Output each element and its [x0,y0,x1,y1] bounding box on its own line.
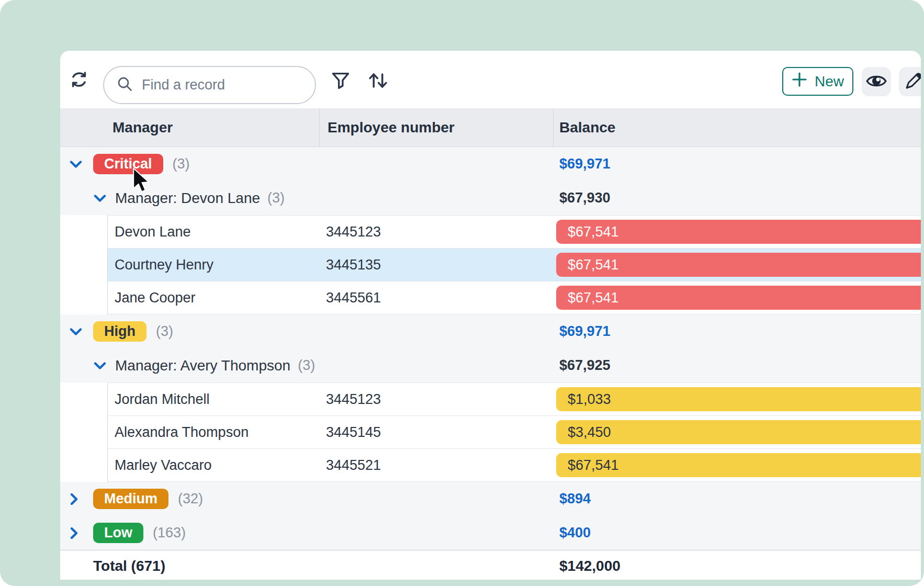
column-header-employee-number[interactable]: Employee number [328,108,455,146]
search-icon [117,76,133,95]
group-total-balance[interactable]: $69,971 [559,323,611,340]
column-divider [319,108,320,146]
filter-button[interactable] [330,71,351,92]
new-record-button[interactable]: New [782,67,853,96]
group-badge-high[interactable]: High [93,321,147,342]
group-count: (3) [156,323,173,340]
employee-number-cell[interactable]: 3445123 [326,391,381,408]
group-total-balance[interactable]: $69,971 [559,156,611,172]
column-divider [553,108,554,146]
total-label: Total (671) [93,558,165,574]
table-row[interactable]: Marley Vaccaro3445521$67,541 [108,449,921,482]
subgroup-count: (3) [267,190,285,206]
group-row-low[interactable]: Low(163)$400 [60,516,921,550]
chevron-down-icon[interactable] [70,328,82,336]
balance-bar[interactable]: $67,541 [556,253,921,277]
table-row[interactable]: Jordan Mitchell3445123$1,033 [108,383,921,416]
balance-bar[interactable]: $67,541 [556,220,921,244]
sort-icon [367,70,390,93]
app-screen: New [0,0,924,586]
chevron-down-icon[interactable] [94,194,106,202]
subgroup-row[interactable]: Manager: Devon Lane(3)$67,930 [60,181,921,215]
group-total-balance[interactable]: $894 [559,491,591,507]
employee-number-cell[interactable]: 3445521 [326,457,381,474]
table-row[interactable]: Jane Cooper3445561$67,541 [108,281,921,314]
view-button[interactable] [862,67,891,96]
subgroup-row[interactable]: Manager: Avery Thompson(3)$67,925 [60,348,921,382]
table-row[interactable]: Devon Lane3445123$67,541 [108,216,921,249]
table-row[interactable]: Alexandra Thompson3445145$3,450 [108,416,921,449]
plus-icon [792,72,807,91]
column-header-manager[interactable]: Manager [112,108,173,146]
group-total-balance[interactable]: $400 [559,525,591,541]
subgroup-label: Manager: Devon Lane [115,190,260,207]
search-input[interactable] [142,77,283,93]
eye-icon [865,70,888,94]
chevron-down-icon[interactable] [70,160,82,168]
group-badge-medium[interactable]: Medium [93,489,168,509]
group-badge-critical[interactable]: Critical [93,154,163,174]
balance-bar[interactable]: $67,541 [556,453,921,477]
table-row[interactable]: Courtney Henry3445135$67,541 [108,249,921,281]
subgroup-label: Manager: Avery Thompson [115,357,290,374]
total-balance-value: $142,000 [559,558,621,574]
group-row-medium[interactable]: Medium(32)$894 [60,482,921,516]
table-header: Manager Employee number Balance [60,108,921,147]
subgroup-total-balance: $67,925 [559,357,611,374]
balance-bar[interactable]: $3,450 [556,420,921,444]
manager-cell[interactable]: Marley Vaccaro [115,457,212,474]
employee-number-cell[interactable]: 3445145 [326,424,381,441]
refresh-icon [69,70,89,91]
employee-number-cell[interactable]: 3445123 [326,224,381,240]
new-button-label: New [815,73,844,90]
pencil-icon [902,70,921,94]
data-rows-block: Jordan Mitchell3445123$1,033Alexandra Th… [107,382,921,482]
total-row: Total (671) $142,000 [60,550,921,580]
chevron-down-icon[interactable] [94,362,106,370]
chevron-right-icon[interactable] [70,493,82,505]
data-rows-block: Devon Lane3445123$67,541Courtney Henry34… [107,215,921,314]
manager-cell[interactable]: Courtney Henry [115,257,213,273]
column-header-balance[interactable]: Balance [559,108,615,146]
group-count: (163) [153,525,186,541]
group-row-high[interactable]: High(3)$69,971 [60,314,921,348]
edit-button[interactable] [899,67,921,96]
manager-cell[interactable]: Jordan Mitchell [115,391,210,408]
subgroup-total-balance: $67,930 [559,190,611,206]
balance-bar[interactable]: $1,033 [556,387,921,411]
subgroup-count: (3) [298,357,315,374]
table-body: Critical(3)$69,971Manager: Devon Lane(3)… [60,147,921,550]
chevron-right-icon[interactable] [70,527,82,539]
toolbar: New [60,51,921,108]
group-count: (3) [173,156,190,172]
manager-cell[interactable]: Devon Lane [115,224,191,240]
refresh-button[interactable] [69,70,89,91]
search-box[interactable] [103,66,316,104]
employee-number-cell[interactable]: 3445561 [326,290,381,306]
filter-icon [331,71,351,92]
employee-number-cell[interactable]: 3445135 [326,257,381,273]
sort-button[interactable] [367,71,390,92]
manager-cell[interactable]: Alexandra Thompson [115,424,249,441]
manager-cell[interactable]: Jane Cooper [115,290,196,306]
group-badge-low[interactable]: Low [93,523,143,543]
group-row-critical[interactable]: Critical(3)$69,971 [60,147,921,181]
group-count: (32) [178,491,203,507]
balance-bar[interactable]: $67,541 [556,286,921,310]
records-card: New [60,51,921,580]
